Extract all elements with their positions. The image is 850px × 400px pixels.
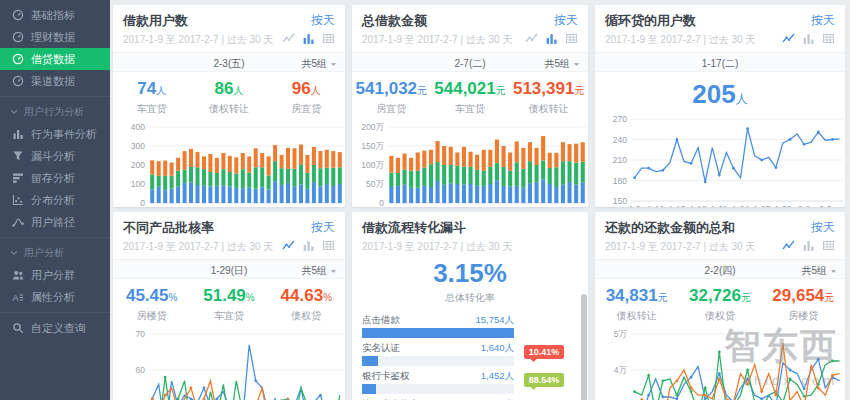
sidebar-item[interactable]: 自定义查询 [0, 317, 110, 339]
sidebar-item-label: 自定义查询 [31, 321, 86, 336]
granularity-button[interactable]: 按天 [811, 219, 835, 236]
svg-text:2-5: 2-5 [563, 206, 576, 207]
sidebar-section-2[interactable]: 用户分析 [0, 242, 110, 264]
bar-chart-icon[interactable] [802, 239, 815, 252]
stat-unit: 人 [156, 85, 166, 96]
stat: 74人车宜贷 [113, 79, 190, 116]
sidebar-item[interactable]: A属性分析 [0, 286, 110, 308]
sidebar-section-1[interactable]: 用户行为分析 [0, 101, 110, 123]
big-stat-unit: 人 [736, 92, 748, 106]
sidebar-nav: 基础指标理财数据借贷数据渠道数据用户行为分析行为事件分析漏斗分析留存分析分布分析… [0, 0, 110, 339]
stat-unit: 元 [417, 85, 427, 96]
sidebar-item[interactable]: 用户分群 [0, 264, 110, 286]
panel-date-range: 2017-1-9 至 2017-2-7 | 过去 30 天 [123, 33, 273, 47]
stat: 32,726元债权贷 [678, 286, 761, 323]
panel-date-range: 2017-1-9 至 2017-2-7 | 过去 30 天 [605, 240, 755, 254]
line-chart-icon[interactable] [525, 32, 538, 45]
sidebar-item-label: 理财数据 [31, 30, 75, 45]
panel-chart: 050万100万150万200万1-91-121-151-181-211-241… [352, 119, 588, 207]
conversion-badge: 10.41% [524, 345, 565, 359]
stat: 544,021元车宜贷 [431, 79, 510, 116]
svg-text:5万: 5万 [614, 329, 628, 339]
sidebar-item[interactable]: 漏斗分析 [0, 145, 110, 167]
bar-chart-icon[interactable] [545, 32, 558, 45]
sidebar-item[interactable]: 理财数据 [0, 26, 110, 48]
sidebar-item-label: 渠道数据 [31, 74, 75, 89]
funnel-icon [12, 150, 24, 162]
sidebar-item-label: 借贷数据 [31, 52, 75, 67]
svg-text:1-27: 1-27 [502, 206, 519, 207]
sidebar-item-label: 分布分析 [31, 193, 75, 208]
line-chart-icon[interactable] [782, 32, 795, 45]
svg-text:1-24: 1-24 [732, 204, 749, 207]
table-icon[interactable] [565, 32, 578, 45]
hover-info-bar: 1-17(二) [595, 52, 845, 72]
users-icon [12, 269, 24, 281]
panel-chart: 1501802102402701-91-121-151-181-211-241-… [595, 111, 845, 207]
sidebar-item[interactable]: 行为事件分析 [0, 123, 110, 145]
funnel-step-label: 银行卡鉴权 [362, 370, 410, 383]
table-icon[interactable] [822, 32, 835, 45]
sidebar-section-label: 用户行为分析 [24, 105, 84, 119]
panel-repayment-sum: 还款的还款金额的总和按天2017-1-9 至 2017-2-7 | 过去 30 … [595, 212, 845, 400]
panel-header: 借款用户数按天2017-1-9 至 2017-2-7 | 过去 30 天 [113, 5, 345, 47]
line-chart-icon[interactable] [282, 239, 295, 252]
table-icon[interactable] [322, 239, 335, 252]
svg-text:1-18: 1-18 [442, 206, 459, 207]
sidebar-item[interactable]: 留存分析 [0, 167, 110, 189]
group-count-dropdown[interactable]: 共5组 [801, 264, 837, 278]
panel-title: 循环贷的用户数 [605, 12, 696, 30]
funnel-step-value: 1,452人 [481, 370, 514, 383]
granularity-button[interactable]: 按天 [311, 12, 335, 29]
table-icon[interactable] [322, 32, 335, 45]
attribute-icon: A [12, 291, 24, 303]
sidebar-item[interactable]: 借贷数据 [0, 48, 110, 70]
stat-unit: 元 [658, 292, 668, 303]
granularity-button[interactable]: 按天 [311, 219, 335, 236]
stat-label: 债权转让 [595, 309, 678, 323]
stat-unit: 人 [233, 85, 243, 96]
bar-chart-icon[interactable] [302, 239, 315, 252]
group-count-label: 共5组 [544, 57, 570, 71]
svg-text:2-2: 2-2 [798, 204, 811, 207]
group-count-dropdown[interactable]: 共5组 [301, 264, 337, 278]
sidebar-item[interactable]: 渠道数据 [0, 70, 110, 92]
granularity-button[interactable]: 按天 [554, 12, 578, 29]
sidebar-item[interactable]: 分布分析 [0, 189, 110, 211]
svg-text:150: 150 [613, 196, 627, 206]
scrollbar-thumb[interactable] [581, 294, 587, 400]
funnel-bar-track [362, 384, 514, 394]
sidebar-item-label: 用户路径 [31, 215, 75, 230]
sidebar-item-label: 用户分群 [31, 268, 75, 283]
svg-text:150万: 150万 [361, 141, 384, 151]
funnel-step: 银行卡鉴权1,452人88.54% [362, 370, 574, 394]
chevron-down-icon [9, 107, 19, 117]
table-icon[interactable] [822, 239, 835, 252]
sidebar-item[interactable]: 用户路径 [0, 211, 110, 233]
stat: 541,032元房宜贷 [352, 79, 431, 116]
panel-title: 借款用户数 [123, 12, 188, 30]
group-count-dropdown[interactable]: 共5组 [544, 57, 580, 71]
granularity-button[interactable]: 按天 [811, 12, 835, 29]
panel-borrow-users: 借款用户数按天2017-1-9 至 2017-2-7 | 过去 30 天2-3(… [113, 5, 345, 207]
stat-unit: 元 [741, 292, 751, 303]
sidebar-item[interactable]: 基础指标 [0, 4, 110, 26]
sidebar-item-label: 基础指标 [31, 8, 75, 23]
bar-chart-icon[interactable] [302, 32, 315, 45]
svg-text:1-12: 1-12 [647, 204, 664, 207]
bar-chart-icon[interactable] [802, 32, 815, 45]
line-chart-icon[interactable] [782, 239, 795, 252]
panel-stats: 34,831元债权转让32,726元债权贷29,654元房楼贷 [595, 279, 845, 326]
stat-label: 房宜贷 [352, 102, 431, 116]
group-count-dropdown[interactable]: 共5组 [301, 57, 337, 71]
svg-text:A: A [13, 293, 19, 303]
chart-type-switcher [282, 239, 335, 252]
panel-header: 总借款金额按天2017-1-9 至 2017-2-7 | 过去 30 天 [352, 5, 588, 47]
stat-value: 96人 [268, 79, 345, 99]
svg-text:1-15: 1-15 [183, 206, 200, 207]
hover-info-bar: 2-2(四)共5组 [595, 259, 845, 279]
stat: 51.49%车宜贷 [190, 286, 267, 323]
line-chart-icon[interactable] [282, 32, 295, 45]
panel-title: 还款的还款金额的总和 [605, 219, 735, 237]
stat: 513,391元债权转让 [509, 79, 588, 116]
